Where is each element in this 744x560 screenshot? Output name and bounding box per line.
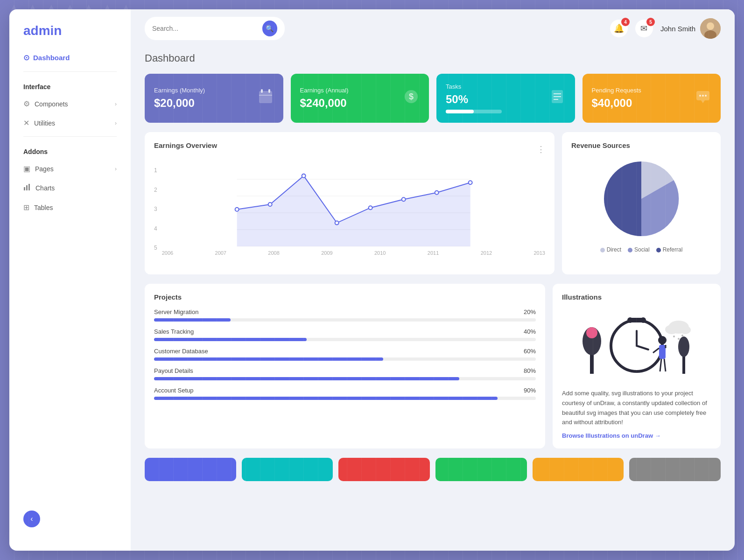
project-progress (154, 397, 498, 400)
color-button-teal[interactable] (242, 458, 333, 481)
svg-rect-15 (26, 185, 28, 190)
svg-point-47 (435, 191, 438, 195)
utilities-icon: ✕ (23, 119, 29, 127)
color-button-blue[interactable] (145, 458, 236, 481)
money-icon: $ (403, 88, 420, 109)
main-content: 🔍 🔔 4 ✉ 5 John Smith (131, 9, 735, 551)
svg-point-46 (401, 197, 405, 201)
card-header: Earnings Overview ⋮ (154, 141, 545, 157)
components-icon: ⚙ (23, 99, 30, 108)
project-name: Payout Details (154, 367, 193, 374)
sidebar-item-pages[interactable]: ▣ Pages › (9, 159, 131, 178)
mail-notification-button[interactable]: ✉ 5 (635, 20, 653, 37)
color-button-gray[interactable] (629, 458, 721, 481)
projects-card: Projects Server Migration 20% Sale (145, 284, 545, 448)
dashboard-icon: ⊙ (23, 53, 29, 62)
header-right: 🔔 4 ✉ 5 John Smith (610, 18, 721, 39)
sidebar-item-utilities[interactable]: ✕ Utilities › (9, 113, 131, 133)
svg-rect-59 (659, 345, 666, 359)
project-percent: 80% (524, 367, 536, 374)
svg-line-57 (637, 346, 648, 350)
avatar (700, 18, 721, 39)
search-button[interactable]: 🔍 (262, 21, 277, 36)
card-title: Earnings Overview (154, 141, 217, 149)
svg-point-51 (586, 327, 597, 338)
user-info[interactable]: John Smith (660, 18, 721, 39)
svg-point-34 (705, 95, 707, 97)
sidebar-item-label: Componets (35, 100, 68, 108)
list-item: Customer Database 60% (154, 348, 536, 361)
stat-value: $40,000 (592, 97, 641, 110)
pie-wrapper: Direct Social Referral (571, 157, 711, 253)
list-item: Account Setup 90% (154, 387, 536, 400)
svg-rect-22 (268, 89, 270, 93)
revenue-sources-card: Revenue Sources (562, 132, 721, 274)
pie-chart-svg (599, 157, 683, 241)
project-name: Sales Tracking (154, 328, 194, 335)
tasks-progress-fill (446, 110, 474, 113)
color-button-red[interactable] (338, 458, 430, 481)
svg-point-32 (699, 95, 701, 97)
tables-icon: ⊞ (23, 203, 29, 212)
project-name: Account Setup (154, 387, 194, 394)
dashboard-area: Dashboard Earnings (Monthly) $20,000 Ear… (131, 48, 735, 551)
project-percent: 90% (524, 387, 536, 394)
svg-point-45 (368, 206, 372, 210)
svg-text:$: $ (409, 92, 414, 101)
svg-rect-16 (28, 184, 30, 190)
pages-icon: ▣ (23, 164, 30, 173)
mail-badge: 5 (646, 18, 655, 26)
sidebar-item-components[interactable]: ⚙ Componets › (9, 94, 131, 113)
bottom-row: Projects Server Migration 20% Sale (145, 284, 721, 448)
header: 🔍 🔔 4 ✉ 5 John Smith (131, 9, 735, 48)
sidebar-collapse-button[interactable]: ‹ (23, 511, 40, 527)
color-button-green[interactable] (435, 458, 527, 481)
stat-value: $20,000 (154, 97, 205, 110)
illustration-link[interactable]: Browse Illustrations on unDraw → (562, 432, 711, 439)
stat-label: Tasks (446, 83, 502, 90)
list-item: Payout Details 80% (154, 367, 536, 380)
svg-point-44 (335, 221, 338, 225)
svg-marker-40 (237, 176, 470, 246)
stat-label: Pending Requests (592, 87, 641, 94)
bell-notification-button[interactable]: 🔔 4 (610, 20, 628, 37)
pie-legend: Direct Social Referral (600, 246, 683, 253)
sidebar: admin ⊙ Dashboard Interface ⚙ Componets … (9, 9, 131, 551)
sidebar-item-charts[interactable]: Charts (9, 178, 131, 198)
sidebar-item-label: Tables (34, 204, 53, 211)
user-name: John Smith (660, 25, 695, 33)
section-label-addons: Addons (9, 140, 131, 159)
project-percent: 40% (524, 328, 536, 335)
sidebar-item-tables[interactable]: ⊞ Tables (9, 198, 131, 217)
chart-menu-button[interactable]: ⋮ (537, 144, 545, 154)
search-icon: 🔍 (266, 25, 274, 32)
sidebar-item-dashboard[interactable]: ⊙ Dashboard (9, 48, 131, 68)
svg-point-42 (268, 203, 272, 206)
svg-point-43 (302, 174, 305, 178)
svg-line-63 (664, 359, 666, 371)
svg-marker-31 (701, 100, 705, 103)
stat-label: Earnings (Annual) (300, 87, 349, 94)
svg-point-41 (235, 208, 239, 211)
sidebar-item-label: Utilities (34, 119, 55, 127)
svg-rect-21 (261, 89, 263, 93)
tasks-progress-bar (446, 110, 502, 113)
stat-card-annual: Earnings (Annual) $240,000 $ (291, 74, 429, 123)
chevron-right-icon: › (115, 101, 117, 107)
project-percent: 20% (524, 308, 536, 315)
color-button-yellow[interactable] (533, 458, 624, 481)
svg-point-68 (680, 326, 691, 334)
chart-x-labels: 2006 2007 2008 2009 2010 2011 2012 2013 (162, 248, 545, 256)
svg-rect-14 (24, 187, 25, 190)
revenue-title: Revenue Sources (571, 141, 711, 149)
chevron-right-icon: › (115, 166, 117, 172)
calendar-icon (257, 88, 274, 109)
svg-rect-23 (259, 95, 272, 96)
project-progress (154, 338, 307, 341)
project-progress (154, 377, 459, 380)
legend-dot-social (628, 248, 632, 252)
search-input[interactable] (152, 25, 259, 32)
svg-point-55 (640, 317, 646, 323)
svg-point-70 (678, 338, 680, 340)
illustration-visual (562, 308, 711, 383)
